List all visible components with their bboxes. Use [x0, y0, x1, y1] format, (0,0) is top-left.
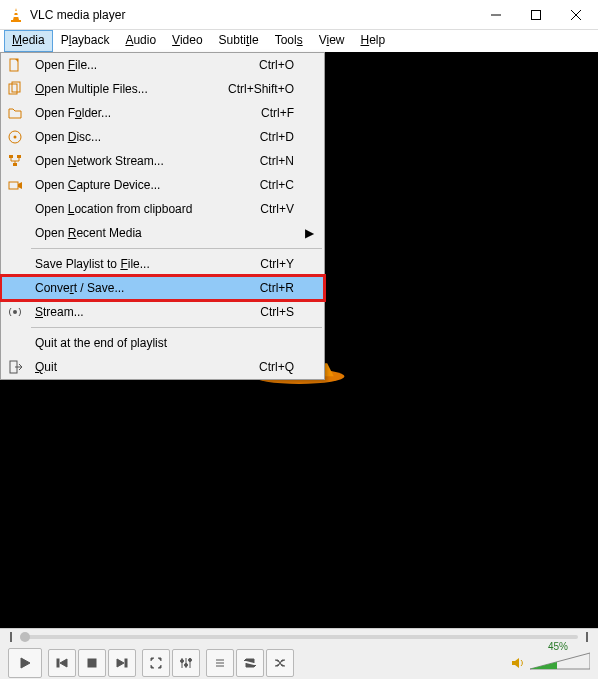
disc-icon: [7, 129, 23, 145]
seek-start-marker: [10, 632, 12, 642]
menu-view[interactable]: View: [311, 30, 353, 52]
seek-bar[interactable]: [0, 629, 598, 645]
seek-end-marker: [586, 632, 588, 642]
play-button[interactable]: [8, 648, 42, 678]
menu-subtitle[interactable]: Subtitle: [211, 30, 267, 52]
svg-point-35: [181, 659, 184, 662]
menu-separator: [31, 248, 322, 249]
svg-rect-19: [9, 155, 13, 158]
stream-icon: [7, 304, 23, 320]
control-bar: 45%: [0, 628, 598, 679]
menu-stream[interactable]: Stream... Ctrl+S: [1, 300, 324, 324]
menu-save-playlist[interactable]: Save Playlist to File... Ctrl+Y: [1, 252, 324, 276]
svg-marker-41: [512, 658, 519, 668]
svg-rect-3: [13, 15, 18, 17]
maximize-button[interactable]: [516, 1, 556, 29]
menu-open-file[interactable]: Open File... Ctrl+O: [1, 53, 324, 77]
svg-marker-0: [13, 8, 19, 20]
svg-marker-28: [60, 659, 67, 667]
menubar: Media Playback Audio Video Subtitle Tool…: [0, 30, 598, 52]
menu-audio[interactable]: Audio: [117, 30, 164, 52]
vlc-cone-icon: [8, 7, 24, 23]
titlebar: VLC media player: [0, 0, 598, 30]
submenu-arrow-icon: ▶: [305, 226, 314, 240]
svg-marker-26: [21, 658, 30, 668]
files-icon: [7, 81, 23, 97]
menu-separator: [31, 327, 322, 328]
svg-point-18: [14, 136, 17, 139]
volume-area: 45%: [510, 651, 590, 674]
menu-open-multiple[interactable]: Open Multiple Files... Ctrl+Shift+O: [1, 77, 324, 101]
volume-slider[interactable]: [530, 651, 590, 671]
seek-track[interactable]: [20, 635, 578, 639]
menu-help[interactable]: Help: [352, 30, 393, 52]
menu-media[interactable]: Media: [4, 30, 53, 52]
svg-rect-20: [17, 155, 21, 158]
stop-button[interactable]: [78, 649, 106, 677]
menu-open-capture[interactable]: Open Capture Device... Ctrl+C: [1, 173, 324, 197]
menu-playback[interactable]: Playback: [53, 30, 118, 52]
volume-percent: 45%: [548, 641, 568, 652]
playlist-button[interactable]: [206, 649, 234, 677]
svg-rect-22: [9, 182, 18, 189]
svg-rect-27: [57, 659, 59, 667]
menu-video[interactable]: Video: [164, 30, 210, 52]
close-button[interactable]: [556, 1, 596, 29]
svg-rect-5: [532, 10, 541, 19]
menu-open-recent[interactable]: Open Recent Media ▶: [1, 221, 324, 245]
menu-quit-at-end[interactable]: Quit at the end of playlist: [1, 331, 324, 355]
menu-tools[interactable]: Tools: [267, 30, 311, 52]
svg-point-24: [13, 310, 17, 314]
next-button[interactable]: [108, 649, 136, 677]
fullscreen-button[interactable]: [142, 649, 170, 677]
media-dropdown: Open File... Ctrl+O Open Multiple Files.…: [0, 52, 325, 380]
svg-marker-23: [18, 182, 22, 189]
loop-button[interactable]: [236, 649, 264, 677]
svg-rect-2: [14, 11, 18, 13]
file-icon: [7, 57, 23, 73]
quit-icon: [7, 359, 23, 375]
window-title: VLC media player: [30, 8, 476, 22]
svg-rect-29: [88, 659, 96, 667]
minimize-button[interactable]: [476, 1, 516, 29]
svg-point-36: [185, 663, 188, 666]
svg-marker-42: [530, 653, 590, 669]
menu-open-clipboard[interactable]: Open Location from clipboard Ctrl+V: [1, 197, 324, 221]
menu-open-disc[interactable]: Open Disc... Ctrl+D: [1, 125, 324, 149]
svg-rect-31: [125, 659, 127, 667]
svg-rect-21: [13, 163, 17, 166]
menu-quit[interactable]: Quit Ctrl+Q: [1, 355, 324, 379]
network-icon: [7, 153, 23, 169]
seek-thumb[interactable]: [20, 632, 30, 642]
folder-icon: [7, 105, 23, 121]
menu-open-folder[interactable]: Open Folder... Ctrl+F: [1, 101, 324, 125]
previous-button[interactable]: [48, 649, 76, 677]
menu-convert-save[interactable]: Convert / Save... Ctrl+R: [1, 276, 324, 300]
capture-icon: [7, 177, 23, 193]
svg-marker-30: [117, 659, 124, 667]
menu-open-network[interactable]: Open Network Stream... Ctrl+N: [1, 149, 324, 173]
shuffle-button[interactable]: [266, 649, 294, 677]
svg-rect-1: [11, 20, 21, 22]
svg-point-37: [189, 658, 192, 661]
extended-settings-button[interactable]: [172, 649, 200, 677]
speaker-icon[interactable]: [510, 655, 526, 671]
